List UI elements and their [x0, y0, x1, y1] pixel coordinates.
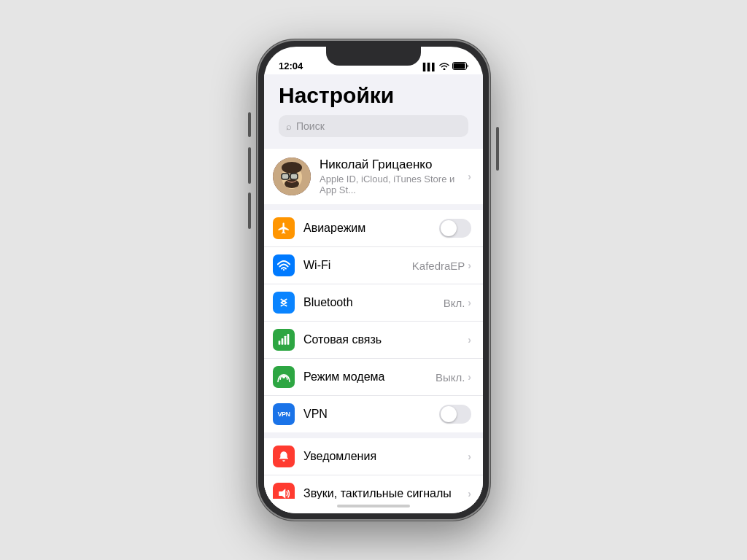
vpn-toggle-knob: [441, 406, 457, 422]
notifications-section: Уведомления › Звуки, тактильные сиг: [264, 438, 483, 499]
settings-header: Настройки ⌕ Поиск: [264, 74, 483, 143]
hotspot-label: Режим модема: [303, 370, 436, 384]
avatar: [273, 158, 311, 195]
hotspot-icon-box: [273, 366, 295, 388]
mute-button: [248, 112, 251, 137]
vpn-text: VPN: [277, 411, 290, 418]
notifications-label: Уведомления: [303, 450, 468, 463]
svg-rect-6: [290, 174, 298, 179]
power-button: [496, 127, 499, 171]
sounds-chevron: ›: [468, 488, 471, 499]
airplane-label: Авиарежим: [303, 222, 439, 235]
svg-rect-11: [282, 338, 284, 345]
airplane-icon: [273, 217, 295, 239]
status-icons: ▌▌▌: [423, 62, 468, 71]
bluetooth-icon-box: [273, 292, 295, 314]
hotspot-value: Выкл.: [436, 371, 465, 384]
notch: [326, 47, 421, 66]
sounds-row[interactable]: Звуки, тактильные сигналы ›: [264, 475, 483, 499]
page-title: Настройки: [279, 83, 468, 108]
profile-info: Николай Грицаенко Apple ID, iCloud, iTun…: [320, 158, 468, 195]
volume-down-button: [248, 192, 251, 229]
profile-subtitle: Apple ID, iCloud, iTunes Store и App St.…: [320, 174, 468, 195]
hotspot-chevron: ›: [468, 371, 471, 383]
battery-icon: [452, 62, 468, 71]
signal-icon: ▌▌▌: [423, 63, 436, 71]
airplane-toggle[interactable]: [439, 219, 471, 238]
hotspot-row[interactable]: Режим модема Выкл. ›: [264, 359, 483, 396]
cellular-label: Сотовая связь: [303, 333, 468, 346]
phone-frame: 12:04 ▌▌▌: [257, 39, 490, 521]
bluetooth-label: Bluetooth: [303, 296, 444, 309]
vpn-toggle[interactable]: [439, 405, 471, 424]
home-indicator: [264, 499, 483, 513]
search-bar[interactable]: ⌕ Поиск: [279, 115, 468, 137]
svg-point-8: [285, 179, 299, 188]
vpn-row[interactable]: VPN VPN: [264, 396, 483, 432]
connectivity-section: Авиарежим: [264, 210, 483, 432]
sounds-label: Звуки, тактильные сигналы: [303, 487, 468, 499]
profile-name: Николай Грицаенко: [320, 158, 468, 172]
svg-point-9: [283, 269, 285, 271]
cellular-chevron: ›: [468, 334, 471, 346]
wifi-icon: [439, 62, 449, 71]
search-icon: ⌕: [286, 121, 292, 132]
phone-screen: 12:04 ▌▌▌: [264, 47, 483, 513]
wifi-value: KafedraEP: [412, 260, 465, 272]
wifi-label: Wi-Fi: [303, 259, 412, 272]
cellular-icon-box: [273, 329, 295, 351]
svg-rect-10: [279, 341, 281, 344]
svg-point-4: [282, 162, 302, 174]
search-placeholder: Поиск: [296, 120, 325, 132]
bluetooth-value: Вкл.: [444, 297, 465, 309]
cellular-row[interactable]: Сотовая связь ›: [264, 322, 483, 359]
svg-rect-12: [285, 336, 287, 345]
notifications-icon-box: [273, 446, 295, 467]
svg-rect-13: [287, 334, 290, 345]
profile-row[interactable]: Николай Грицаенко Apple ID, iCloud, iTun…: [264, 149, 483, 204]
airplane-toggle-knob: [441, 220, 457, 236]
settings-scroll[interactable]: Николай Грицаенко Apple ID, iCloud, iTun…: [264, 143, 483, 499]
notifications-chevron: ›: [468, 451, 471, 462]
svg-rect-5: [282, 174, 289, 179]
wifi-row[interactable]: Wi-Fi KafedraEP ›: [264, 247, 483, 284]
bluetooth-row[interactable]: Bluetooth Вкл. ›: [264, 284, 483, 322]
notifications-row[interactable]: Уведомления ›: [264, 438, 483, 475]
status-time: 12:04: [279, 61, 303, 71]
screen-content: Настройки ⌕ Поиск: [264, 74, 483, 513]
bluetooth-chevron: ›: [468, 297, 471, 308]
svg-marker-15: [279, 489, 285, 499]
wifi-icon-box: [273, 254, 295, 276]
svg-rect-1: [454, 63, 465, 69]
vpn-label: VPN: [303, 408, 439, 421]
vpn-icon-box: VPN: [273, 403, 295, 425]
volume-up-button: [248, 147, 251, 184]
profile-chevron: ›: [468, 171, 471, 182]
sounds-icon-box: [273, 483, 295, 499]
wifi-chevron: ›: [468, 260, 471, 271]
profile-section: Николай Грицаенко Apple ID, iCloud, iTun…: [264, 149, 483, 204]
home-bar: [337, 505, 410, 508]
airplane-row[interactable]: Авиарежим: [264, 210, 483, 247]
